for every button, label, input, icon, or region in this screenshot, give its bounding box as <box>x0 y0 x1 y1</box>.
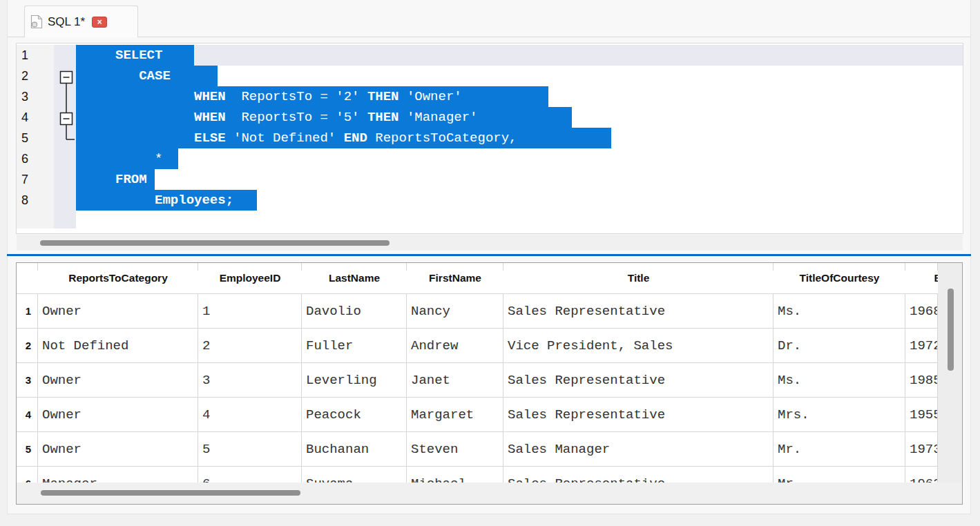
cell-FirstName[interactable]: Andrew <box>407 329 503 363</box>
cell-EmployeeID[interactable]: 4 <box>198 398 302 432</box>
cell-EmployeeID[interactable]: 5 <box>198 432 302 467</box>
sql-text: ReportsTo = '5' <box>226 110 367 125</box>
code-text[interactable]: WHEN ReportsTo = '2' THEN 'Owner' <box>76 86 963 107</box>
results-grid[interactable]: ReportsToCategoryEmployeeIDLastNameFirst… <box>16 262 963 505</box>
code-text[interactable]: FROM <box>76 169 963 190</box>
editor-results-splitter[interactable] <box>7 254 971 256</box>
row-number: 4 <box>17 398 38 432</box>
cell-EmployeeID[interactable]: 2 <box>198 329 302 363</box>
sql-text <box>76 68 139 84</box>
cell-B[interactable]: 1968 <box>905 294 938 329</box>
cell-ReportsToCategory[interactable]: Owner <box>38 432 198 467</box>
sql-text: 'Owner' <box>398 89 461 104</box>
grid-hscrollbar-thumb[interactable] <box>41 490 300 496</box>
grid-hscrollbar-track[interactable] <box>17 483 962 504</box>
column-header-B[interactable]: B <box>905 263 938 293</box>
cell-ReportsToCategory[interactable]: Owner <box>38 398 198 432</box>
cell-TitleOfCourtesy[interactable]: Ms. <box>774 363 905 398</box>
selected-code[interactable]: CASE <box>76 66 218 86</box>
selected-code[interactable]: * <box>76 148 178 169</box>
cell-ReportsToCategory[interactable]: Owner <box>38 294 198 329</box>
cell-B[interactable]: 1972 <box>905 329 938 363</box>
cell-Title[interactable]: Sales Representative <box>503 294 774 329</box>
column-header-ReportsToCategory[interactable]: ReportsToCategory <box>38 263 198 293</box>
grid-vscrollbar-track[interactable] <box>938 263 962 504</box>
cell-LastName[interactable]: Davolio <box>302 294 407 329</box>
selected-code[interactable]: SELECT <box>76 45 194 66</box>
cell-B[interactable]: 1973 <box>905 432 938 467</box>
tab-sql1[interactable]: SQL 1* × <box>24 6 138 37</box>
table-row: 3Owner3LeverlingJanetSales Representativ… <box>17 363 962 398</box>
sql-keyword: THEN <box>367 89 399 104</box>
fold-markers[interactable] <box>54 45 76 211</box>
cell-EmployeeID[interactable]: 3 <box>198 363 302 398</box>
sql-keyword: THEN <box>367 110 399 125</box>
sql-text <box>76 151 155 166</box>
table-row: 2Not Defined2FullerAndrewVice President,… <box>17 329 962 363</box>
selected-code[interactable]: Employees; <box>76 190 257 211</box>
selected-code[interactable]: FROM <box>76 169 155 190</box>
selected-code[interactable]: WHEN ReportsTo = '2' THEN 'Owner' <box>76 86 548 107</box>
cell-Title[interactable]: Sales Representative <box>503 398 774 432</box>
sql-text: ReportsTo = '2' <box>226 89 367 104</box>
cell-EmployeeID[interactable]: 1 <box>198 294 302 329</box>
row-number: 1 <box>17 294 38 329</box>
column-header-LastName[interactable]: LastName <box>302 263 407 293</box>
cell-LastName[interactable]: Peacock <box>302 398 407 432</box>
table-row: 4Owner4PeacockMargaretSales Representati… <box>17 398 962 432</box>
line-number: 7 <box>17 169 54 190</box>
cell-ReportsToCategory[interactable]: Not Defined <box>38 329 198 363</box>
cell-B[interactable]: 1985 <box>905 363 938 398</box>
sql-text <box>76 130 194 146</box>
cell-B[interactable]: 1955 <box>905 398 938 432</box>
selected-code[interactable]: ELSE 'Not Defined' END ReportsToCategory… <box>76 128 611 148</box>
table-row: 5Owner5BuchananStevenSales ManagerMr.197… <box>17 432 962 467</box>
line-number: 1 <box>17 45 54 66</box>
code-text[interactable]: * <box>76 148 963 169</box>
cell-TitleOfCourtesy[interactable]: Mrs. <box>774 398 905 432</box>
editor-hscrollbar-thumb[interactable] <box>40 240 390 246</box>
column-header-label: TitleOfCourtesy <box>774 263 905 293</box>
cell-FirstName[interactable]: Margaret <box>407 398 503 432</box>
code-text[interactable]: Employees; <box>76 190 963 211</box>
fold-margin-filler <box>54 211 76 228</box>
app-window: SQL 1* × 1 SELECT 2 CASE 3 WHEN ReportsT… <box>0 0 980 526</box>
table-row: 1Owner1DavolioNancySales RepresentativeM… <box>17 294 962 329</box>
line-number: 5 <box>17 128 54 148</box>
column-header-Title[interactable]: Title <box>503 263 774 293</box>
cell-TitleOfCourtesy[interactable]: Dr. <box>774 329 905 363</box>
code-text[interactable]: CASE <box>76 66 963 86</box>
cell-Title[interactable]: Vice President, Sales <box>503 329 774 363</box>
editor-line: 8 Employees; <box>17 190 963 211</box>
code-text[interactable]: SELECT <box>76 45 963 66</box>
sql-keyword: FROM <box>115 172 147 187</box>
selected-code[interactable]: WHEN ReportsTo = '5' THEN 'Manager' <box>76 107 572 128</box>
cell-ReportsToCategory[interactable]: Owner <box>38 363 198 398</box>
cell-FirstName[interactable]: Janet <box>407 363 503 398</box>
grid-header-row: ReportsToCategoryEmployeeIDLastNameFirst… <box>17 263 962 294</box>
column-header-label: LastName <box>302 263 407 293</box>
editor-line: 1 SELECT <box>17 45 963 66</box>
code-text[interactable]: WHEN ReportsTo = '5' THEN 'Manager' <box>76 107 963 128</box>
cell-Title[interactable]: Sales Manager <box>503 432 774 467</box>
cell-FirstName[interactable]: Nancy <box>407 294 503 329</box>
code-text[interactable]: ELSE 'Not Defined' END ReportsToCategory… <box>76 128 963 148</box>
line-number: 4 <box>17 107 54 128</box>
column-header-EmployeeID[interactable]: EmployeeID <box>198 263 302 293</box>
column-header-FirstName[interactable]: FirstName <box>407 263 503 293</box>
column-header-TitleOfCourtesy[interactable]: TitleOfCourtesy <box>774 263 905 293</box>
cell-FirstName[interactable]: Steven <box>407 432 503 467</box>
cell-LastName[interactable]: Buchanan <box>302 432 407 467</box>
cell-TitleOfCourtesy[interactable]: Mr. <box>774 432 905 467</box>
cell-LastName[interactable]: Fuller <box>302 329 407 363</box>
cell-TitleOfCourtesy[interactable]: Ms. <box>774 294 905 329</box>
cell-LastName[interactable]: Leverling <box>302 363 407 398</box>
tab-close-button[interactable]: × <box>92 17 107 28</box>
cell-Title[interactable]: Sales Representative <box>503 363 774 398</box>
sql-text: * <box>155 151 162 166</box>
sql-keyword: CASE <box>139 68 171 84</box>
sql-text: ReportsToCategory, <box>367 130 517 146</box>
sql-editor[interactable]: 1 SELECT 2 CASE 3 WHEN ReportsTo = '2' T… <box>16 43 963 234</box>
grid-vscrollbar-thumb[interactable] <box>948 289 954 371</box>
editor-hscrollbar-track[interactable] <box>17 235 963 251</box>
